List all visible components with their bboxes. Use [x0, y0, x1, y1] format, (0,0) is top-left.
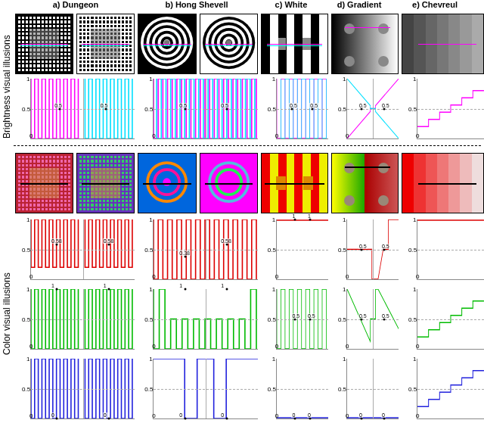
col-title-a: a) Dungeon	[15, 0, 136, 9]
chevreul-color	[402, 153, 484, 213]
vline	[206, 359, 206, 418]
axis-ymid: 0.5	[144, 386, 153, 393]
axis-y0: 0	[275, 412, 278, 419]
blue-plots-row: 10.5000 10.5000 10.5000 10.5000 10.50	[15, 359, 484, 419]
red-plots-row: 10.500.580.58 10.500.380.58 10.5011 10.5…	[15, 219, 484, 280]
vline	[206, 219, 206, 279]
plot-red-c: 10.5011	[276, 219, 328, 280]
vline	[373, 359, 374, 418]
plot-green-d: 10.500.50.5	[346, 289, 399, 350]
brightness-plots-row: 10.500.50.5 10.500.50.5 10.500.50.5 10.5…	[15, 79, 484, 139]
plot-blue-c: 10.5000	[276, 359, 328, 419]
midline	[277, 389, 328, 390]
axis-y1: 1	[149, 356, 152, 362]
plot-annotation: 0.58	[220, 238, 232, 244]
axis-y1: 1	[272, 216, 275, 223]
plot-annotation: 0.5	[289, 103, 298, 108]
axis-y0: 0	[152, 412, 155, 419]
dungeon-color-right	[76, 153, 135, 213]
white-bright	[261, 14, 328, 74]
plot-red-d: 10.500.50.5	[346, 219, 399, 280]
axis-ymid: 0.5	[268, 106, 276, 113]
vline	[206, 79, 206, 138]
midline	[417, 389, 484, 390]
plot-annotation: 0.5	[309, 103, 318, 108]
axis-ymid: 0.5	[144, 247, 153, 254]
axis-y0: 0	[152, 343, 155, 350]
plot-annotation: 1	[103, 283, 107, 288]
axis-y1: 1	[413, 76, 416, 82]
axis-y0: 0	[346, 273, 349, 280]
axis-y0: 0	[152, 132, 155, 139]
plot-annotation: 0.5	[220, 103, 229, 108]
axis-ymid: 0.5	[22, 106, 30, 113]
plot-blue-e: 10.50	[417, 359, 484, 419]
axis-ymid: 0.5	[338, 106, 346, 113]
plot-annotation: 0	[381, 412, 386, 418]
axis-y1: 1	[343, 216, 346, 223]
plot-dot	[225, 288, 228, 291]
plot-annotation: 0	[291, 412, 296, 418]
axis-y1: 1	[26, 356, 29, 362]
plot-annotation: 0.5	[358, 313, 368, 319]
axis-y1: 1	[343, 356, 346, 362]
axis-y0: 0	[29, 343, 33, 350]
axis-y1: 1	[272, 286, 275, 293]
plot-annotation: 0	[307, 412, 312, 418]
vline	[373, 79, 374, 138]
axis-ymid: 0.5	[268, 247, 276, 254]
chevreul-bright	[402, 14, 484, 74]
col-title-e: e) Chevreul	[393, 0, 476, 9]
plot-red-b: 10.500.380.58	[153, 219, 257, 280]
axis-y0: 0	[29, 412, 33, 419]
white-color	[261, 153, 328, 213]
plot-dot	[108, 418, 110, 420]
axis-y0: 0	[346, 412, 349, 419]
plot-annotation: 0.5	[358, 244, 368, 249]
axis-y0: 0	[29, 273, 33, 280]
axis-ymid: 0.5	[22, 386, 30, 393]
vline	[83, 219, 84, 279]
plot-green-e: 10.50	[417, 289, 484, 350]
axis-y0: 0	[346, 343, 349, 350]
plot-red-a: 10.500.580.58	[30, 219, 135, 280]
plot-bright-gradient: 10.500.50.5	[346, 79, 399, 139]
green-plots-row: 10.5011 10.5011 10.500.50.5 10.500.50.5 …	[15, 289, 484, 350]
plot-annotation: 1	[307, 213, 312, 219]
axis-ymid: 0.5	[268, 386, 276, 393]
plot-annotation: 0.5	[307, 313, 316, 319]
axis-y1: 1	[26, 286, 29, 293]
col-title-c: c) White	[257, 0, 325, 9]
plot-dot	[56, 288, 58, 291]
axis-y0: 0	[416, 132, 419, 139]
plot-annotation: 0.58	[51, 238, 63, 244]
gradient-color	[331, 153, 399, 213]
plot-annotation: 0	[358, 412, 363, 418]
axis-y0: 0	[275, 132, 278, 139]
axis-ymid: 0.5	[408, 106, 417, 113]
col-title-d: d) Gradient	[325, 0, 393, 9]
plot-annotation: 0.5	[291, 313, 300, 319]
plot-red-e: 10.50	[417, 219, 484, 280]
axis-y0: 0	[346, 132, 349, 139]
plot-green-b: 10.5011	[153, 289, 257, 350]
svg-point-25	[225, 178, 233, 186]
axis-y1: 1	[149, 76, 152, 82]
plot-annotation: 0	[51, 412, 55, 418]
axis-y1: 1	[343, 286, 346, 293]
plot-annotation: 0.5	[178, 103, 188, 108]
plot-annotation: 1	[291, 213, 296, 219]
midline	[277, 250, 328, 250]
axis-y1: 1	[272, 76, 275, 82]
axis-ymid: 0.5	[144, 316, 153, 323]
side-label-brightness: Brightness visual illusions	[2, 23, 12, 151]
plot-annotation: 0.5	[381, 313, 390, 319]
column-titles: a) Dungeon b) Hong Shevell c) White d) G…	[15, 0, 484, 9]
plot-dot	[108, 288, 110, 291]
axis-y1: 1	[413, 286, 416, 293]
axis-y1: 1	[149, 286, 152, 293]
axis-y1: 1	[149, 216, 152, 223]
axis-ymid: 0.5	[408, 386, 417, 393]
plot-annotation: 0	[103, 412, 107, 418]
section-divider	[14, 145, 481, 146]
